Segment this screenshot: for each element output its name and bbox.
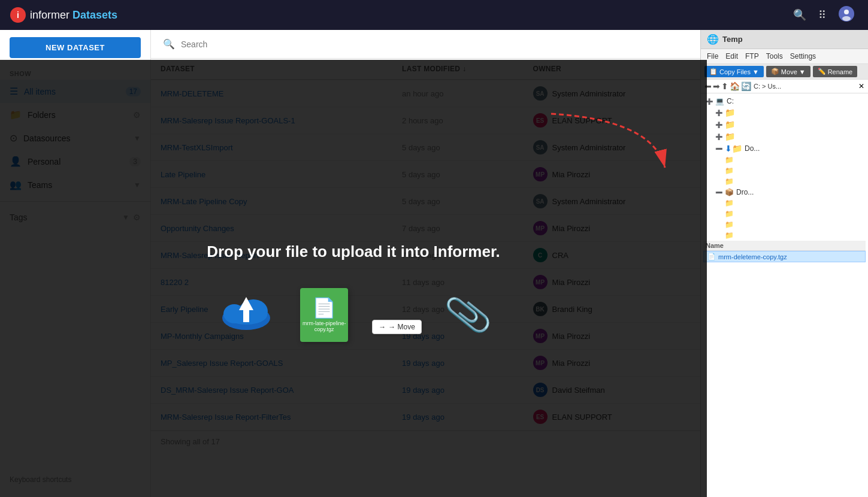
expand-icon-dl: ➖ — [715, 146, 722, 152]
svg-text:i: i — [17, 10, 19, 20]
ftp-title-bar: 🌐 Temp — [701, 30, 868, 49]
search-nav-button[interactable]: 🔍 — [790, 5, 810, 25]
ftp-menu-tools[interactable]: Tools — [764, 51, 785, 62]
ftp-name-col-header: Name — [703, 241, 866, 251]
ftp-file-icon: 📄 — [707, 253, 716, 260]
expand-icon-3: ➕ — [715, 134, 722, 140]
expand-icon-dbx: ➖ — [715, 189, 722, 196]
ftp-path-close-icon[interactable]: ✕ — [858, 82, 864, 90]
dashed-arrow — [545, 108, 677, 180]
copy-icon: 📋 — [709, 68, 718, 75]
file-icon: 📄 — [312, 296, 336, 319]
move-icon: 📦 — [771, 68, 779, 75]
ftp-tree-dl-sub-2[interactable]: 📁 — [722, 165, 866, 176]
folder-icon-2: 📁 — [725, 120, 735, 129]
ftp-menu-edit[interactable]: Edit — [723, 51, 740, 62]
svg-point-4 — [842, 16, 851, 21]
paperclip-icon: 📎 — [442, 290, 494, 340]
search-icon: 🔍 — [163, 38, 175, 50]
ftp-tree-dl-sub-1[interactable]: 📁 — [722, 154, 866, 165]
ftp-tree-dbx-sub-2[interactable]: 📁 — [722, 208, 866, 219]
downloads-icon: ⬇📁 — [725, 144, 742, 153]
file-label: mrm-late-pipeline-copy.tgz — [300, 319, 348, 334]
dropbox-label: Dro... — [736, 188, 754, 196]
dropbox-icon: 📦 — [725, 188, 734, 196]
move-tooltip: → → Move — [372, 320, 422, 334]
ftp-selected-file-row[interactable]: 📄 mrm-deleteme-copy.tgz — [703, 251, 866, 262]
folder-icon-dl2: 📁 — [725, 166, 734, 175]
folder-icon-dbx4: 📁 — [725, 231, 734, 240]
folder-icon-3: 📁 — [725, 132, 735, 141]
svg-point-3 — [844, 10, 849, 14]
informer-logo-icon: i — [10, 7, 26, 23]
ftp-tree-downloads[interactable]: ➖ ⬇📁 Do... — [713, 143, 866, 154]
ftp-nav-refresh-icon[interactable]: 🔄 — [741, 81, 751, 91]
ftp-tree-dbx-sub-1[interactable]: 📁 — [722, 198, 866, 208]
move-label: → Move — [388, 323, 415, 331]
folder-icon-dbx2: 📁 — [725, 210, 734, 218]
ftp-title-text: Temp — [722, 35, 862, 44]
ftp-nav-right-icon[interactable]: ➡ — [713, 81, 720, 91]
expand-icon-2: ➕ — [715, 122, 722, 128]
move-button[interactable]: 📦 Move ▼ — [766, 66, 810, 77]
ftp-selected-file-name: mrm-deleteme-copy.tgz — [718, 253, 787, 260]
expand-icon-1: ➕ — [715, 110, 722, 116]
product-name: Datasets — [72, 9, 117, 21]
folder-icon-dl1: 📁 — [725, 156, 734, 164]
ftp-tree-dropbox[interactable]: ➖ 📦 Dro... — [713, 187, 866, 198]
ftp-menu-file[interactable]: File — [704, 51, 721, 62]
new-dataset-button[interactable]: NEW DATASET — [10, 37, 141, 58]
folder-icon-1: 📁 — [725, 108, 735, 117]
downloads-label: Do... — [745, 144, 760, 153]
top-nav: i informer Datasets 🔍 ⠿ — [0, 0, 868, 30]
move-dropdown-icon: ▼ — [799, 68, 806, 75]
folder-icon-dl3: 📁 — [725, 177, 734, 186]
ftp-tree-folder-2[interactable]: ➕ 📁 — [713, 119, 866, 131]
ftp-panel-body: ➕ 💻 C: ➕ 📁 ➕ 📁 ➕ 📁 — [701, 93, 868, 497]
ftp-tree-c-drive[interactable]: ➕ 💻 C: — [703, 96, 866, 107]
upload-cloud-icon — [216, 285, 276, 344]
ftp-path-text: C: > Us... — [754, 83, 856, 90]
ftp-nav-home-icon[interactable]: 🏠 — [730, 81, 740, 91]
ftp-menu-ftp[interactable]: FTP — [743, 51, 761, 62]
rename-icon: ✏️ — [818, 68, 826, 75]
folder-icon-dbx3: 📁 — [725, 220, 734, 229]
ftp-globe-icon: 🌐 — [707, 34, 719, 45]
ftp-tree-folder-1[interactable]: ➕ 📁 — [713, 107, 866, 119]
move-arrow-icon: → — [379, 323, 386, 331]
main-layout: NEW DATASET Show ☰ All items 17 📁 Folder… — [0, 30, 868, 497]
logo: i informer Datasets — [10, 7, 117, 23]
logo-text: informer Datasets — [30, 9, 117, 22]
ftp-nav-up-icon[interactable]: ⬆ — [721, 81, 728, 91]
ftp-menu-settings[interactable]: Settings — [788, 51, 818, 62]
copy-dropdown-icon: ▼ — [752, 68, 759, 75]
drop-overlay: Drop your file to upload it into Informe… — [0, 60, 707, 497]
ftp-file-tree: ➕ 💻 C: ➕ 📁 ➕ 📁 ➕ 📁 — [701, 93, 868, 497]
copy-files-button[interactable]: 📋 Copy Files ▼ — [704, 66, 764, 77]
drive-icon: 💻 — [715, 97, 724, 105]
drive-label: C: — [727, 97, 734, 105]
ftp-tree-dbx-sub-3[interactable]: 📁 — [722, 219, 866, 230]
ftp-tree-folder-3[interactable]: ➕ 📁 — [713, 131, 866, 143]
drop-overlay-text: Drop your file to upload it into Informe… — [207, 243, 500, 261]
account-nav-button[interactable] — [834, 2, 858, 29]
folder-icon-dbx1: 📁 — [725, 199, 734, 207]
ftp-tree-dl-sub-3[interactable]: 📁 — [722, 176, 866, 187]
grid-nav-button[interactable]: ⠿ — [815, 5, 830, 25]
ftp-toolbar: 📋 Copy Files ▼ 📦 Move ▼ ✏️ Rename — [701, 64, 868, 80]
ftp-menu-bar: File Edit FTP Tools Settings — [701, 49, 868, 64]
account-avatar — [838, 5, 855, 22]
rename-button[interactable]: ✏️ Rename — [813, 66, 858, 77]
ftp-tree-dbx-sub-4[interactable]: 📁 — [722, 230, 866, 241]
ftp-path-bar: ⬅ ➡ ⬆ 🏠 🔄 C: > Us... ✕ — [701, 80, 868, 93]
ftp-panel: 🌐 Temp File Edit FTP Tools Settings 📋 Co… — [700, 30, 868, 497]
drag-file-card: 📄 mrm-late-pipeline-copy.tgz — [300, 288, 348, 342]
